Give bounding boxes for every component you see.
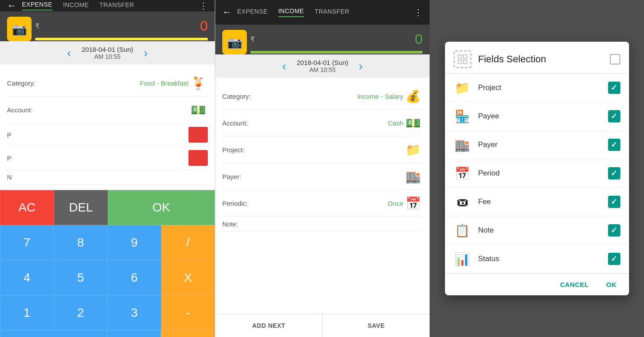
date-prev-button[interactable]: ‹ — [67, 46, 71, 60]
select-all-icon[interactable] — [454, 50, 471, 68]
dialog-item-payer[interactable]: 🏬 Payer ✓ — [445, 131, 629, 159]
income-tabs: EXPENSE INCOME TRANSFER — [237, 7, 409, 17]
tab-income[interactable]: INCOME — [63, 1, 89, 10]
btn-9[interactable]: 9 — [107, 225, 161, 260]
btn-multiply[interactable]: X — [161, 260, 215, 295]
svg-rect-1 — [463, 55, 467, 58]
dialog-overlay: Fields Selection 📁 Project ✓ 🏪 Payee ✓ — [430, 0, 644, 337]
payer-row[interactable]: P — [7, 147, 208, 170]
payer-label: P — [7, 154, 46, 162]
income-date-prev[interactable]: ‹ — [282, 59, 286, 73]
payer-dialog-label: Payer — [478, 140, 608, 149]
date-next-button[interactable]: › — [144, 46, 148, 60]
btn-divide[interactable]: / — [161, 225, 215, 260]
expense-panel: ← EXPENSE INCOME TRANSFER ⋮ 📷 ₹ 0 ‹ 2018… — [0, 0, 215, 337]
project-checkbox[interactable]: ✓ — [608, 82, 620, 94]
income-note-row[interactable]: Note: — [222, 217, 423, 232]
tab-expense[interactable]: EXPENSE — [22, 1, 53, 11]
btn-dot[interactable]: . — [107, 330, 161, 337]
tab-transfer[interactable]: TRANSFER — [100, 1, 134, 10]
btn-0[interactable]: 0 — [0, 330, 107, 337]
back-button[interactable]: ← — [7, 0, 17, 11]
income-amount-value[interactable]: 0 — [415, 31, 423, 47]
dialog-item-payee[interactable]: 🏪 Payee ✓ — [445, 102, 629, 131]
payer-checkbox[interactable]: ✓ — [608, 139, 620, 151]
income-tab-expense[interactable]: EXPENSE — [237, 8, 268, 17]
add-next-button[interactable]: ADD NEXT — [215, 314, 323, 337]
category-row[interactable]: Category: Food - Breakfast 🍹 — [7, 70, 208, 97]
payer-checkmark: ✓ — [611, 140, 617, 150]
dialog-ok-button[interactable]: OK — [603, 279, 620, 290]
income-category-icon: 💰 — [403, 86, 423, 106]
note-label: N — [7, 173, 46, 181]
income-more-button[interactable]: ⋮ — [414, 7, 423, 18]
ok-button[interactable]: OK — [108, 190, 215, 225]
expense-form: Category: Food - Breakfast 🍹 Account: 💵 … — [0, 65, 215, 190]
income-panel: ← EXPENSE INCOME TRANSFER ⋮ 📷 ₹ 0 ‹ 2018… — [215, 0, 430, 337]
account-icon: 💵 — [189, 100, 208, 119]
payee-checkbox[interactable]: ✓ — [608, 110, 620, 122]
status-checkmark: ✓ — [611, 254, 617, 264]
amount-value[interactable]: 0 — [200, 18, 208, 34]
income-project-row[interactable]: Project: 📁 — [222, 136, 423, 163]
cancel-button[interactable]: CANCEL — [557, 279, 593, 290]
btn-3[interactable]: 3 — [107, 295, 161, 330]
btn-8[interactable]: 8 — [54, 225, 108, 260]
del-button[interactable]: DEL — [54, 190, 108, 225]
dialog-item-period[interactable]: 📅 Period ✓ — [445, 159, 629, 188]
fee-label: Fee — [478, 197, 608, 206]
calc-row-4: 1 2 3 - — [0, 295, 215, 330]
btn-4[interactable]: 4 — [0, 260, 54, 295]
camera-icon-box[interactable]: 📷 — [7, 17, 32, 41]
calc-row-2: 7 8 9 / — [0, 225, 215, 260]
income-category-row[interactable]: Category: Income - Salary 💰 — [222, 83, 423, 110]
select-all-checkbox[interactable] — [610, 54, 620, 65]
btn-2[interactable]: 2 — [54, 295, 108, 330]
income-date-line2: AM 10:55 — [297, 66, 349, 73]
save-button[interactable]: SAVE — [323, 314, 430, 337]
income-header: ← EXPENSE INCOME TRANSFER ⋮ — [215, 0, 430, 25]
income-amount-input: ₹ 0 — [250, 31, 423, 54]
btn-add[interactable]: + — [161, 330, 215, 337]
note-dialog-icon: 📋 — [454, 222, 471, 239]
period-checkmark: ✓ — [611, 168, 617, 178]
note-checkbox[interactable]: ✓ — [608, 224, 620, 237]
dialog-item-project[interactable]: 📁 Project ✓ — [445, 74, 629, 102]
payee-row[interactable]: P — [7, 123, 208, 147]
dialog-item-note[interactable]: 📋 Note ✓ — [445, 216, 629, 245]
income-note-label: Note: — [222, 220, 262, 228]
amount-row: ₹ 0 — [35, 18, 208, 34]
camera-icon: 📷 — [12, 22, 27, 36]
btn-1[interactable]: 1 — [0, 295, 54, 330]
period-label: Period — [478, 169, 608, 178]
income-camera-icon-box[interactable]: 📷 — [222, 30, 247, 54]
btn-subtract[interactable]: - — [161, 295, 215, 330]
svg-rect-3 — [463, 60, 467, 64]
income-date-next[interactable]: › — [359, 59, 363, 73]
income-bottom-buttons: ADD NEXT SAVE — [215, 314, 430, 337]
dialog-item-fee[interactable]: 🎟 Fee ✓ — [445, 188, 629, 216]
fee-checkbox[interactable]: ✓ — [608, 196, 620, 208]
income-amount-bar — [250, 51, 423, 54]
income-back-button[interactable]: ← — [222, 7, 232, 18]
btn-5[interactable]: 5 — [54, 260, 108, 295]
status-checkbox[interactable]: ✓ — [608, 253, 620, 265]
income-periodic-row[interactable]: Periodic: Once 📅 — [222, 190, 423, 217]
dialog-item-status[interactable]: 📊 Status ✓ — [445, 245, 629, 273]
income-tab-income[interactable]: INCOME — [278, 7, 304, 17]
account-row[interactable]: Account: 💵 — [7, 97, 208, 123]
period-checkbox[interactable]: ✓ — [608, 167, 620, 179]
income-payer-row[interactable]: Payer: 🏬 — [222, 163, 423, 190]
income-tab-transfer[interactable]: TRANSFER — [315, 8, 349, 17]
more-menu-button[interactable]: ⋮ — [199, 0, 208, 11]
btn-6[interactable]: 6 — [107, 260, 161, 295]
btn-7[interactable]: 7 — [0, 225, 54, 260]
income-periodic-value: Once — [262, 200, 403, 207]
income-payer-icon: 🏬 — [403, 167, 423, 186]
ac-button[interactable]: AC — [0, 190, 54, 225]
income-account-row[interactable]: Account: Cash 💵 — [222, 110, 423, 136]
note-row[interactable]: N — [7, 170, 208, 185]
income-date-section: ‹ 2018-04-01 (Sun) AM 10:55 › — [215, 54, 430, 78]
payer-icon — [189, 150, 208, 166]
calc-row-3: 4 5 6 X — [0, 260, 215, 295]
